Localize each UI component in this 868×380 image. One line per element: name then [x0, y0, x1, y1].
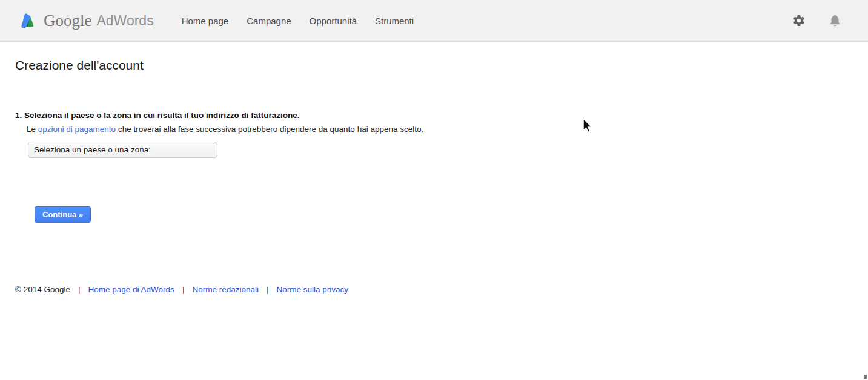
gear-icon[interactable]	[792, 14, 806, 27]
main-nav: Home page Campagne Opportunità Strumenti	[182, 16, 414, 26]
resize-grip	[864, 375, 867, 379]
step-1-description: Le opzioni di pagamento che troverai all…	[27, 125, 423, 134]
footer-separator: |	[267, 285, 269, 294]
logo-product-text: AdWords	[96, 14, 153, 28]
adwords-account-creation-page: Google AdWords Home page Campagne Opport…	[0, 0, 868, 380]
nav-home-page[interactable]: Home page	[182, 16, 229, 26]
footer-link-privacy-policy[interactable]: Norme sulla privacy	[276, 285, 348, 294]
step-1-heading: 1. Seleziona il paese o la zona in cui r…	[15, 111, 300, 120]
country-select-value: Seleziona un paese o una zona:	[34, 145, 151, 154]
page-title: Creazione dell'account	[15, 58, 144, 73]
nav-campagne[interactable]: Campagne	[247, 16, 291, 26]
footer: © 2014 Google | Home page di AdWords | N…	[15, 285, 348, 294]
mouse-cursor	[581, 118, 594, 135]
country-select[interactable]: Seleziona un paese o una zona:	[28, 142, 217, 158]
description-suffix: che troverai alla fase successiva potreb…	[116, 125, 423, 134]
logo-brand-text: Google	[44, 13, 91, 29]
footer-link-editorial-guidelines[interactable]: Norme redazionali	[192, 285, 259, 294]
header-icons	[792, 13, 843, 28]
nav-strumenti[interactable]: Strumenti	[375, 16, 414, 26]
header-bar: Google AdWords Home page Campagne Opport…	[0, 0, 868, 42]
continue-button[interactable]: Continua »	[35, 206, 91, 223]
adwords-logo-icon	[18, 10, 38, 31]
bell-icon[interactable]	[827, 13, 843, 28]
nav-opportunita[interactable]: Opportunità	[310, 16, 357, 26]
description-prefix: Le	[27, 125, 38, 134]
payment-options-link[interactable]: opzioni di pagamento	[38, 125, 116, 134]
footer-separator: |	[182, 285, 185, 294]
copyright-text: © 2014 Google	[15, 285, 70, 294]
google-adwords-logo[interactable]: Google AdWords	[18, 10, 154, 31]
footer-separator: |	[78, 285, 81, 294]
footer-link-adwords-home[interactable]: Home page di AdWords	[88, 285, 174, 294]
